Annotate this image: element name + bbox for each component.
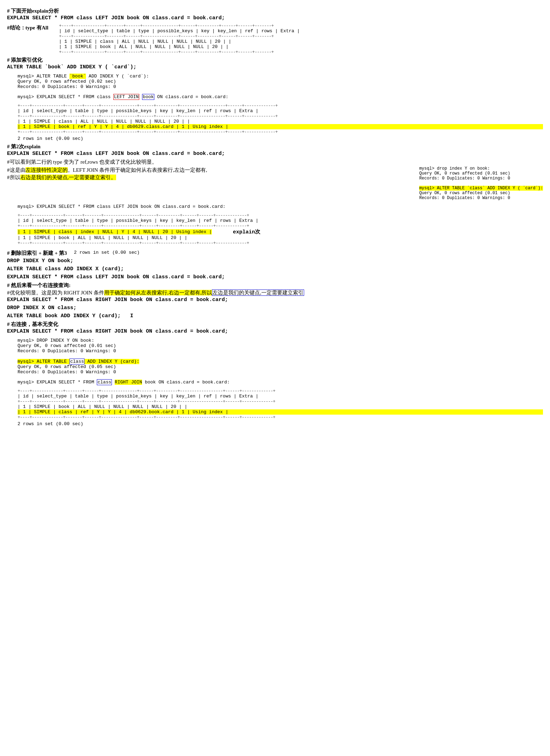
- s4-comment: # 第2次explain: [7, 143, 543, 150]
- s6-row1: | 1 | SIMPLE | class | index | NULL | Y …: [18, 229, 212, 234]
- s1-table-row1: | 1 | SIMPLE | class | ALL | NULL | NULL…: [59, 39, 300, 44]
- s5-left: #这是由左连接特性决定的。LEFT JOIN 条件用于确定如何从右表搜索行,左边…: [7, 166, 405, 182]
- s6-header: | id | select_type | table | type | poss…: [18, 218, 260, 223]
- s11-line1: mysql> DROP INDEX Y ON book:: [18, 338, 532, 343]
- s5-right-line2: Query OK, 0 rows affected (0.01 sec): [419, 171, 543, 176]
- s7-rows-info: 2 rows in set (0.00 sec): [74, 250, 140, 255]
- s6-mysql-line: mysql> EXPLAIN SELECT * FROM class LEFT …: [18, 204, 532, 209]
- s11-line4: [18, 354, 532, 359]
- s5-right-line3: Records: 0 Duplicates: 0 Warnings: 0: [419, 176, 543, 181]
- s3-left-join-highlight: LEFT JOIN: [113, 94, 139, 100]
- s5-text3-hl: 右边是我们的关键点,一定需要建立索引。: [20, 175, 116, 180]
- s6-row2: | 1 | SIMPLE | book | ALL | NULL | NULL …: [18, 235, 260, 240]
- s11-mysql-block: mysql> DROP INDEX Y ON book: Query OK, 0…: [7, 336, 543, 376]
- s5-right-line6: Query OK, 0 rows affected (0.01 sec): [419, 191, 543, 196]
- s6-divider3: +----+-------------+-------+-------+----…: [18, 240, 260, 246]
- s11-line5: mysql> ALTER TABLE class ADD INDEX Y (ca…: [18, 359, 532, 364]
- s5-two-col: #这是由左连接特性决定的。LEFT JOIN 条件用于确定如何从右表搜索行,左边…: [7, 166, 543, 200]
- s5-text2-hl: 左连接特性决定的: [26, 167, 68, 173]
- s1-result-label: #结论：type 有All: [7, 24, 48, 31]
- s1-table-row2: | 1 | SIMPLE | book | ALL | NULL | NULL …: [59, 44, 300, 49]
- s12-row2: | 1 | SIMPLE | class | ref | Y | Y | 4 |…: [18, 409, 543, 415]
- s7-sql3: EXPLAIN SELECT * FROM class LEFT JOIN bo…: [7, 274, 543, 280]
- s1-table-divider-top: +----+-------------+-------+------+-----…: [59, 23, 300, 28]
- s6-divider1: +----+-------------+-------+-------+----…: [18, 213, 260, 218]
- s11-line7: Records: 0 Duplicates: 0 Warnings: 0: [18, 369, 532, 375]
- s8-text-box: 左边是我们的关键点,一定需要建立索引: [212, 290, 304, 296]
- s5-text2-pre: #这是由: [7, 167, 26, 173]
- s3-mysql-block: mysql> EXPLAIN SELECT * FROM class LEFT …: [7, 93, 543, 101]
- s4-sql: EXPLAIN SELECT * FROM class LEFT JOIN bo…: [7, 151, 543, 157]
- s12-row1: | 1 | SIMPLE | book | ALL | NULL | NULL …: [18, 404, 543, 409]
- s5-text2: #这是由左连接特性决定的。LEFT JOIN 条件用于确定如何从右表搜索行,左边…: [7, 167, 405, 173]
- s8-text-pre: #优化较明显。这是因为 RIGHT JOIN 条件: [7, 290, 104, 295]
- s12-divider1: +----+-------------+-------+------+-----…: [18, 388, 543, 394]
- s1-sql: EXPLAIN SELECT * FROM class LEFT JOIN bo…: [7, 15, 543, 21]
- s6-explain-label: explain次: [233, 229, 260, 235]
- s2-book-highlight: `book`: [69, 74, 86, 79]
- s6-row1-container: | 1 | SIMPLE | class | index | NULL | Y …: [18, 229, 260, 235]
- s1-table: +----+-------------+-------+------+-----…: [59, 23, 300, 55]
- s2-mysql-prompt: mysql> ALTER TABLE: [18, 74, 69, 79]
- s2-mysql-line3: Records: 0 Duplicates: 0 Warnings: 0: [18, 84, 532, 89]
- s3-book-highlight: book: [142, 94, 154, 100]
- s5-text3-pre: #所以: [7, 175, 20, 180]
- s3-mysql-rest: ON class.card = book.card:: [154, 94, 228, 100]
- s7-sql2: ALTER TABLE class ADD INDEX X (card);: [7, 266, 543, 272]
- s1-table-divider-mid: +----+-------------+-------+------+-----…: [59, 34, 300, 39]
- s3-rows-info: 2 rows in set (0.00 sec): [18, 136, 543, 141]
- s5-right-line1: mysql> drop index Y on book:: [419, 166, 543, 171]
- s5-right-line7: Records: 0 Duplicates: 0 Warnings: 0: [419, 196, 543, 200]
- s8-text-line: #优化较明显。这是因为 RIGHT JOIN 条件用于确定如何从左表搜索行,右边…: [7, 290, 543, 296]
- s8-comment: # 然后来看一个右连接查询:: [7, 282, 543, 289]
- s12-divider3: +----+-------------+-------+------+-----…: [18, 415, 543, 420]
- s11-line3: Records: 0 Duplicates: 0 Warnings: 0: [18, 348, 532, 354]
- s12-mysql-block: mysql> EXPLAIN SELECT * FROM class RIGHT…: [7, 378, 543, 386]
- s10-comment: # 右连接，基本无变化: [7, 321, 543, 328]
- title-comment: # 下面开始explain分析: [7, 8, 543, 14]
- s7-sql1: DROP INDEX Y ON book;: [7, 258, 543, 264]
- s12-header: | id | select_type | table | type | poss…: [18, 394, 543, 399]
- s2-sql: ALTER TABLE `book` ADD INDEX Y ( `card`)…: [7, 64, 543, 70]
- s12-class-highlight: class: [97, 379, 112, 385]
- s7-row: # 删除旧索引 + 新建 + 第3 2 rows in set (0.00 se…: [7, 248, 543, 257]
- s7-comment: # 删除旧索引 + 新建 + 第3: [7, 250, 67, 257]
- s3-divider2: +----+-------------+-------+------+-----…: [18, 114, 543, 119]
- s5-right-block: mysql> drop index Y on book: Query OK, 0…: [419, 166, 543, 200]
- s12-rows-info: 2 rows in set (0.00 sec): [18, 421, 543, 427]
- s12-prompt-pre: mysql> EXPLAIN SELECT * FROM: [18, 380, 97, 385]
- s6-table: +----+-------------+-------+-------+----…: [18, 213, 260, 246]
- s2-mysql-line1: mysql> ALTER TABLE `book` ADD INDEX Y ( …: [18, 74, 532, 79]
- s12-divider2: +----+-------------+-------+------+-----…: [18, 399, 543, 404]
- s3-header: | id | select_type | table | type | poss…: [18, 108, 543, 114]
- s2-mysql-line2: Query OK, 0 rows affected (0.02 sec): [18, 79, 532, 84]
- s12-table: +----+-------------+-------+------+-----…: [18, 388, 543, 420]
- s8-text-hl: 用于确定如何从左表搜索行,右边一定都有,所以: [104, 290, 212, 295]
- s6-divider2: +----+-------------+-------+-------+----…: [18, 223, 260, 229]
- s12-mysql-line: mysql> EXPLAIN SELECT * FROM class RIGHT…: [18, 380, 532, 385]
- s12-rest: book ON class.card = book.card:: [142, 380, 230, 385]
- s3-mysql-line: mysql> EXPLAIN SELECT * FROM class LEFT …: [18, 94, 532, 100]
- s3-row2: | 1 | SIMPLE | book | ref | Y | Y | 4 | …: [18, 124, 543, 129]
- s9-cursor: I: [130, 313, 133, 319]
- s6-table-container: +----+-------------+-------+-------+----…: [7, 213, 543, 247]
- s11-class-box: class: [69, 359, 85, 365]
- s9-sql: EXPLAIN SELECT * FROM class RIGHT JOIN b…: [7, 297, 543, 303]
- s1-table-divider-bot: +----+-------------+-------+------+-----…: [59, 49, 300, 55]
- s9-sql3: ALTER TABLE book ADD INDEX Y (card); I: [7, 313, 543, 319]
- s3-divider1: +----+-------------+-------+------+-----…: [18, 103, 543, 108]
- s5-text1: #可以看到第二行的 type 变为了 ref,rows 也变成了优化比较明显。: [7, 159, 543, 165]
- s2-mysql-block: mysql> ALTER TABLE `book` ADD INDEX Y ( …: [7, 72, 543, 91]
- main-content: # 下面开始explain分析 EXPLAIN SELECT * FROM cl…: [7, 8, 543, 427]
- s5-text3: #所以右边是我们的关键点,一定需要建立索引。: [7, 174, 405, 181]
- s3-table: +----+-------------+-------+------+-----…: [18, 103, 543, 135]
- s9-sql2: DROP INDEX X ON class;: [7, 305, 543, 311]
- s6-side-labels: explain次: [233, 229, 260, 235]
- s3-mysql-prompt: mysql> EXPLAIN SELECT * FROM class: [18, 94, 113, 100]
- s5-text2-post: 。LEFT JOIN 条件用于确定如何从右表搜索行,左边一定都有,: [68, 167, 207, 173]
- s5-right-line5: mysql> ALTER TABLE `class` ADD INDEX Y (…: [419, 186, 543, 191]
- s2-comment: # 添加索引优化: [7, 57, 543, 63]
- s1-table-header: | id | select_type | table | type | poss…: [59, 28, 300, 34]
- s2-mysql-rest: ADD INDEX Y ( `card`):: [86, 74, 149, 79]
- s11-line2: Query OK, 0 rows affected (0.01 sec): [18, 343, 532, 348]
